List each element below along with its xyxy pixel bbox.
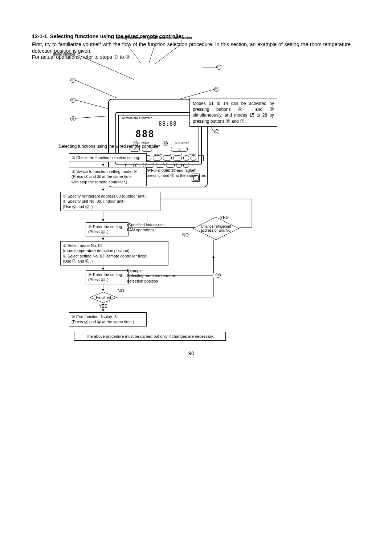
flow-final-note: The above procedure must be carried out … <box>74 332 226 341</box>
decision-2-wrap: Finished <box>89 291 118 304</box>
decision-2-text: Finished <box>89 291 118 304</box>
decision-2-yes: YES <box>99 304 107 309</box>
figure-caption: Selecting functions using the wired remo… <box>59 144 160 149</box>
flow-step-6-7: ⑥ Select mode No. 02 (room temperature d… <box>60 241 168 265</box>
callout-I-icon: Ⓘ <box>216 65 221 70</box>
callout-F-icon: Ⓕ <box>70 78 75 83</box>
decision-1-no: NO <box>182 232 189 238</box>
label-mode-number: Mode number <box>53 52 75 56</box>
flow-step-5-side: (Specified indoor unit: FAN operation) <box>127 222 166 233</box>
side-note-box: Modes 01 to 14 can be activated by press… <box>189 98 277 127</box>
step-last: ⑩ <box>125 54 130 60</box>
segment-time: 88:88 <box>159 121 177 127</box>
callout-A-icon: Ⓐ <box>214 87 219 92</box>
decision-1-wrap: Change refrigerant address or unit No. <box>192 216 240 240</box>
flow-step-10: ⑩ End function display. ※ (Press Ⓐ and Ⓑ… <box>69 312 147 326</box>
callout-J: Ⓙ <box>214 129 219 134</box>
intro-paragraph-1: First, try to familiarize yourself with … <box>32 41 351 54</box>
label-unit-number: Unit number <box>172 36 192 40</box>
flow-step-9: ⑨ <box>216 272 221 278</box>
callout-H-icon: Ⓗ <box>163 141 168 146</box>
callout-I: Ⓘ <box>216 65 221 70</box>
onoff-button[interactable]: ◯ <box>171 147 188 152</box>
page: 12-1-1. Selecting functions using the wi… <box>0 0 392 556</box>
label-setting-number: Setting number <box>116 36 140 40</box>
page-number: 90 <box>32 350 351 356</box>
flow-step-2: ② Switch to function setting mode. ※ (Pr… <box>69 167 147 186</box>
flowchart: ① Check the function selection setting. … <box>32 152 308 355</box>
flow-step-1: ① Check the function selection setting. <box>69 153 147 162</box>
onoff-label: ① ON/OFF <box>175 142 189 145</box>
section-number: 12-1-1. <box>32 33 49 39</box>
callout-H: Ⓗ <box>163 141 168 146</box>
segment-big: 888 <box>135 129 155 139</box>
flow-step-9-icon: ⑨ <box>216 273 221 278</box>
decision-1-text: Change refrigerant address or unit No. <box>192 216 240 240</box>
callout-J-icon: Ⓙ <box>214 129 219 134</box>
callout-F: Ⓕ <box>70 78 75 83</box>
flow-note-2: ※ For modes 15 and higher, press Ⓙ and Ⓑ… <box>147 168 206 178</box>
brand-label: MITSUBISHI ELECTRIC <box>122 117 152 119</box>
step-first: ① <box>114 54 118 60</box>
para2-mid: to <box>118 54 125 60</box>
callout-E-icon: Ⓔ <box>70 98 75 103</box>
flow-step-8: ⑧ Enter the setting. (Press Ⓔ .) <box>86 270 128 284</box>
label-refrig-addr: Refrigerant address <box>140 36 172 40</box>
content: 12-1-1. Selecting functions using the wi… <box>32 33 351 61</box>
flow-step-5: ⑤ Enter the setting. (Press Ⓔ .) <box>86 222 128 236</box>
flow-step-8-side: Example: Selecting room temperature dete… <box>127 268 176 284</box>
decision-1-yes: YES <box>220 215 229 220</box>
decision-2-no: NO <box>118 288 124 293</box>
callout-A: Ⓐ <box>214 87 219 92</box>
intro-paragraph-2: For actual operations, refer to steps ① … <box>32 54 351 61</box>
flow-step-3-4: ③ Specify refrigerant address 00 (outdoo… <box>60 192 160 211</box>
callout-G-icon: Ⓖ <box>70 116 75 121</box>
callout-G: Ⓖ <box>70 116 75 121</box>
para2-suffix: . <box>130 54 133 60</box>
callout-E: Ⓔ <box>70 98 75 103</box>
